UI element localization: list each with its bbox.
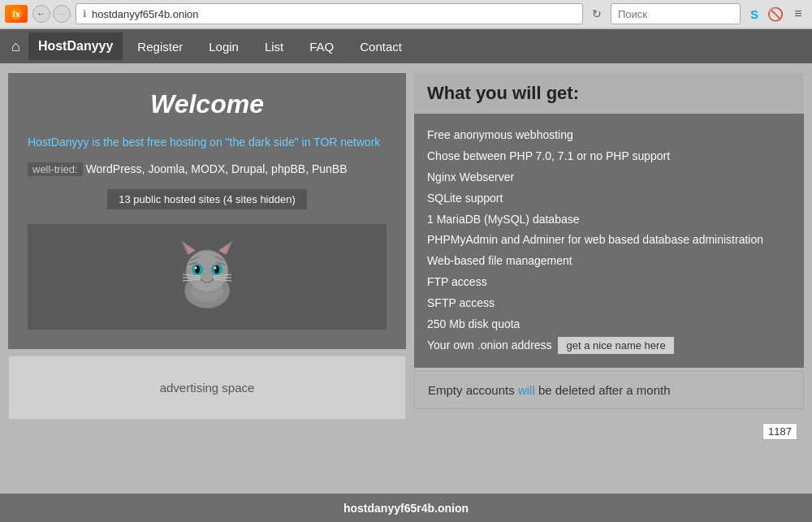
site-footer: hostdanyyf65r4b.onion: [0, 494, 812, 522]
blocked-icon[interactable]: 🚫: [767, 5, 784, 23]
well-tried-badge: well-tried:: [28, 162, 83, 176]
welcome-title: Welcome: [28, 89, 387, 119]
page-wrapper: Welcome HostDanyyy is the best free host…: [0, 63, 812, 494]
footer-text: hostdanyyf65r4b.onion: [343, 502, 469, 515]
well-tried-items: WordPress, Joomla, MODX, Drupal, phpBB, …: [86, 162, 348, 175]
empty-accounts-text2: be deleted after a month: [538, 383, 671, 397]
address-bar: ℹ: [76, 3, 583, 24]
feature-item: 250 Mb disk quota: [427, 314, 791, 335]
feature-item-onion: Your own .onion address get a nice name …: [427, 335, 791, 356]
svg-point-25: [191, 279, 223, 302]
feature-item: SFTP access: [427, 293, 791, 314]
nav-faq[interactable]: FAQ: [296, 32, 347, 62]
site-title: HostDanyyy: [28, 32, 123, 60]
cheshire-cat-image: [166, 232, 248, 321]
forward-button[interactable]: →: [53, 5, 71, 23]
url-input[interactable]: [92, 8, 576, 20]
search-bar: [611, 3, 741, 24]
what-you-get-header: What you will get:: [414, 73, 804, 114]
advertising-box: advertising space: [8, 356, 406, 420]
feature-item: Nginx Webserver: [427, 167, 791, 188]
browser-nav-buttons: ← →: [32, 5, 71, 23]
home-button[interactable]: ⌂: [6, 35, 25, 58]
counter-row: 1187: [8, 420, 804, 443]
nav-register[interactable]: Register: [124, 32, 196, 62]
hamburger-menu[interactable]: ≡: [789, 5, 807, 23]
svg-point-17: [214, 267, 217, 270]
feature-item: 1 MariaDB (MySQL) database: [427, 209, 791, 231]
counter-box: 1187: [762, 423, 797, 440]
search-input[interactable]: [618, 8, 733, 20]
content-grid: Welcome HostDanyyy is the best free host…: [8, 73, 804, 420]
nav-list[interactable]: List: [252, 32, 296, 62]
left-panel: Welcome HostDanyyy is the best free host…: [8, 73, 406, 420]
svg-point-15: [214, 265, 219, 274]
welcome-description: HostDanyyy is the best free hosting on "…: [28, 134, 387, 151]
feature-item: PHPMyAdmin and Adminer for web based dat…: [427, 230, 791, 251]
back-button[interactable]: ←: [32, 5, 50, 23]
nav-links: Register Login List FAQ Contact: [124, 32, 415, 62]
refresh-button[interactable]: ↻: [588, 5, 606, 23]
info-icon: ℹ: [83, 8, 87, 19]
firefox-menu-button[interactable]: fx: [5, 5, 28, 23]
skype-icon[interactable]: S: [745, 5, 763, 23]
feature-item: FTP access: [427, 272, 791, 293]
nav-login[interactable]: Login: [196, 32, 252, 62]
well-tried-section: well-tried: WordPress, Joomla, MODX, Dru…: [28, 162, 387, 176]
feature-item: Web-based file management: [427, 251, 791, 272]
cat-image-box: [28, 224, 387, 330]
empty-accounts-box: Empty accounts will be deleted after a m…: [414, 371, 804, 409]
empty-accounts-text1: Empty accounts: [428, 383, 515, 397]
welcome-box: Welcome HostDanyyy is the best free host…: [8, 73, 406, 349]
get-nice-name-button[interactable]: get a nice name here: [558, 337, 673, 354]
hosted-sites-button[interactable]: 13 public hosted sites (4 sites hidden): [107, 189, 307, 209]
features-list: Free anonymous webhosting Chose between …: [414, 114, 804, 368]
empty-accounts-highlight: will: [518, 383, 535, 397]
browser-toolbar: fx ← → ℹ ↻ S 🚫 ≡: [0, 0, 812, 28]
feature-item: SQLite support: [427, 188, 791, 209]
feature-item: Free anonymous webhosting: [427, 125, 791, 146]
nav-contact[interactable]: Contact: [347, 32, 415, 62]
browser-chrome: fx ← → ℹ ↻ S 🚫 ≡: [0, 0, 812, 29]
advertising-label: advertising space: [160, 381, 255, 395]
feature-item: Chose between PHP 7.0, 7.1 or no PHP sup…: [427, 146, 791, 167]
right-panel: What you will get: Free anonymous webhos…: [414, 73, 804, 409]
svg-text:fx: fx: [13, 10, 20, 19]
toolbar-icons: S 🚫: [745, 5, 784, 23]
svg-point-14: [195, 265, 200, 274]
site-navigation: ⌂ HostDanyyy Register Login List FAQ Con…: [0, 29, 812, 63]
svg-point-16: [195, 267, 197, 270]
